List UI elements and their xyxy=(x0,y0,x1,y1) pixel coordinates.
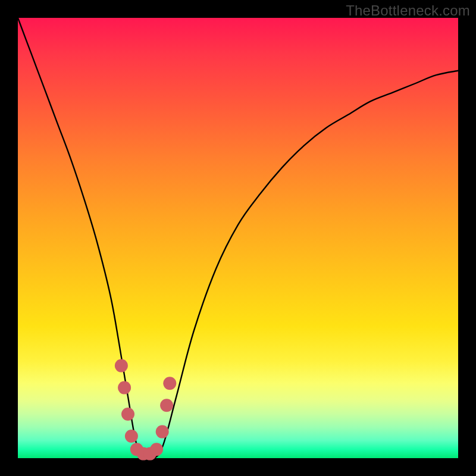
plot-area xyxy=(18,18,458,458)
bottleneck-curve xyxy=(18,18,458,458)
curve-marker xyxy=(156,425,169,439)
curve-marker xyxy=(160,399,173,412)
curve-marker xyxy=(121,408,134,421)
curve-marker xyxy=(115,359,128,372)
curve-marker xyxy=(118,381,131,394)
watermark-text: TheBottleneck.com xyxy=(346,2,470,19)
curve-marker xyxy=(125,430,138,443)
curve-marker xyxy=(150,443,163,456)
curve-marker xyxy=(163,377,176,390)
chart-frame: TheBottleneck.com xyxy=(0,0,476,476)
